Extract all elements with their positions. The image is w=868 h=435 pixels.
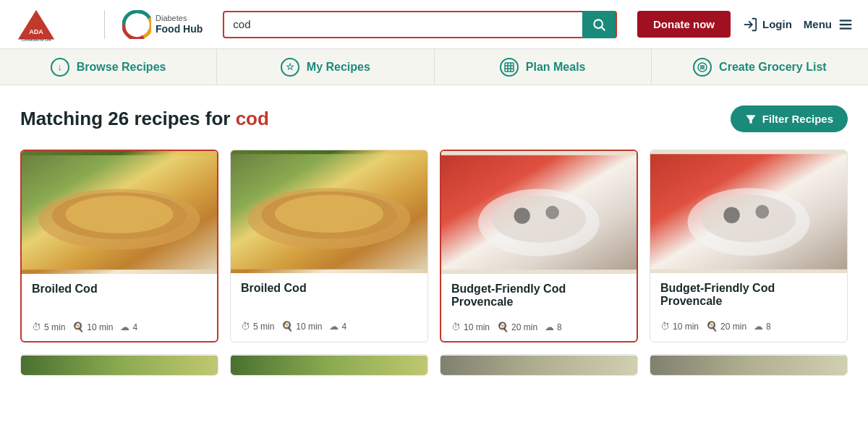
cook-icon: 🍳 — [706, 321, 718, 332]
recipe-meta: ⏱ 5 min 🍳 10 min ☁ 4 — [32, 322, 207, 332]
timer-icon: ⏱ — [32, 322, 41, 332]
menu-button[interactable]: Menu — [804, 17, 854, 33]
grocery-list-icon — [693, 58, 712, 77]
plan-meals-icon — [500, 58, 519, 77]
nav-bar: ↓ Browse Recipes ☆ My Recipes Plan Meals — [0, 49, 868, 85]
nav-my-recipes[interactable]: ☆ My Recipes — [217, 49, 434, 85]
servings: ☁ 4 — [120, 322, 137, 332]
servings-icon: ☁ — [754, 321, 763, 332]
svg-point-27 — [275, 195, 383, 233]
recipe-image — [441, 151, 637, 274]
recipe-meta: ⏱ 5 min 🍳 10 min ☁ 4 — [241, 321, 417, 332]
nav-grocery-list[interactable]: Create Grocery List — [652, 49, 868, 85]
cook-time: 🍳 10 min — [281, 321, 322, 332]
servings: ☁ 8 — [754, 321, 771, 332]
recipe-meta: ⏱ 10 min 🍳 20 min ☁ 8 — [660, 321, 837, 332]
svg-point-31 — [492, 196, 586, 243]
recipe-grid-bottom — [20, 354, 848, 376]
prep-time: ⏱ 5 min — [241, 321, 274, 332]
cook-icon: 🍳 — [281, 321, 293, 332]
recipe-card[interactable]: Budget-Friendly Cod Provencale ⏱ 10 min … — [440, 150, 638, 343]
search-input[interactable] — [224, 18, 582, 30]
timer-icon: ⏱ — [241, 321, 250, 332]
recipe-meta: ⏱ 10 min 🍳 20 min ☁ 8 — [451, 322, 626, 332]
cook-icon: 🍳 — [497, 322, 509, 332]
result-title: Matching 26 recipes for cod — [20, 108, 269, 130]
timer-icon: ⏱ — [660, 321, 670, 332]
login-button[interactable]: Login — [742, 17, 792, 33]
svg-point-36 — [701, 195, 796, 243]
recipe-image — [22, 151, 217, 274]
svg-text:ADA: ADA — [29, 28, 43, 35]
svg-point-37 — [723, 207, 740, 223]
recipe-card-partial[interactable] — [230, 354, 428, 376]
dfh-name: Diabetes Food Hub — [156, 14, 203, 35]
svg-rect-42 — [650, 356, 847, 376]
filter-recipes-button[interactable]: Filter Recipes — [731, 105, 848, 132]
svg-point-32 — [514, 207, 530, 223]
recipe-card[interactable]: Broiled Cod ⏱ 5 min 🍳 10 min ☁ 4 — [230, 150, 428, 343]
svg-line-5 — [602, 27, 605, 30]
cook-time: 🍳 20 min — [497, 322, 537, 332]
cook-icon: 🍳 — [72, 322, 84, 332]
recipe-card-partial[interactable] — [20, 354, 218, 376]
search-container — [223, 11, 617, 38]
ada-logo: ADA Connected for Life — [14, 7, 87, 43]
recipe-image — [650, 150, 847, 273]
recipe-card-partial[interactable] — [440, 354, 638, 376]
recipe-card[interactable]: Broiled Cod ⏱ 5 min 🍳 10 min ☁ 4 — [20, 150, 218, 343]
nav-browse-recipes[interactable]: ↓ Browse Recipes — [0, 49, 217, 85]
recipe-name: Broiled Cod — [32, 283, 207, 311]
recipe-info: Budget-Friendly Cod Provencale ⏱ 10 min … — [650, 273, 847, 340]
donate-button[interactable]: Donate now — [637, 11, 731, 38]
servings: ☁ 8 — [545, 322, 562, 332]
svg-point-38 — [755, 205, 769, 219]
result-header: Matching 26 recipes for cod Filter Recip… — [20, 105, 848, 132]
logo-divider — [104, 10, 105, 39]
servings-icon: ☁ — [329, 321, 339, 332]
prep-time: ⏱ 10 min — [451, 322, 490, 332]
recipe-card[interactable]: Budget-Friendly Cod Provencale ⏱ 10 min … — [650, 150, 848, 343]
prep-time: ⏱ 5 min — [32, 322, 65, 332]
svg-text:Connected for Life: Connected for Life — [22, 38, 51, 42]
recipe-info: Budget-Friendly Cod Provencale ⏱ 10 min … — [441, 274, 637, 341]
recipe-image — [231, 150, 427, 273]
recipe-grid: Broiled Cod ⏱ 5 min 🍳 10 min ☁ 4 — [20, 150, 848, 343]
svg-rect-39 — [21, 356, 218, 376]
recipe-name: Budget-Friendly Cod Provencale — [660, 282, 837, 311]
recipe-name: Broiled Cod — [241, 282, 417, 311]
servings-icon: ☁ — [120, 322, 129, 332]
servings: ☁ 4 — [329, 321, 346, 332]
timer-icon: ⏱ — [451, 322, 461, 332]
prep-time: ⏱ 10 min — [660, 321, 699, 332]
recipe-name: Budget-Friendly Cod Provencale — [451, 283, 626, 311]
svg-rect-41 — [441, 356, 637, 376]
cook-time: 🍳 10 min — [72, 322, 113, 332]
header: ADA Connected for Life Diabetes Food Hub… — [0, 0, 868, 49]
servings-icon: ☁ — [545, 322, 554, 332]
cook-time: 🍳 20 min — [706, 321, 746, 332]
dfh-logo: Diabetes Food Hub — [122, 10, 203, 39]
svg-point-4 — [594, 20, 603, 28]
svg-marker-19 — [746, 115, 755, 123]
svg-point-23 — [66, 196, 174, 233]
svg-point-33 — [545, 206, 559, 220]
svg-rect-40 — [231, 356, 427, 376]
browse-recipes-icon: ↓ — [51, 58, 69, 77]
svg-rect-10 — [505, 63, 514, 72]
my-recipes-icon: ☆ — [281, 58, 299, 77]
search-button[interactable] — [582, 11, 616, 38]
recipe-card-partial[interactable] — [650, 354, 848, 376]
main-content: Matching 26 recipes for cod Filter Recip… — [0, 85, 868, 390]
recipe-info: Broiled Cod ⏱ 5 min 🍳 10 min ☁ 4 — [22, 274, 217, 341]
nav-plan-meals[interactable]: Plan Meals — [435, 49, 652, 85]
recipe-info: Broiled Cod ⏱ 5 min 🍳 10 min ☁ 4 — [231, 273, 427, 340]
